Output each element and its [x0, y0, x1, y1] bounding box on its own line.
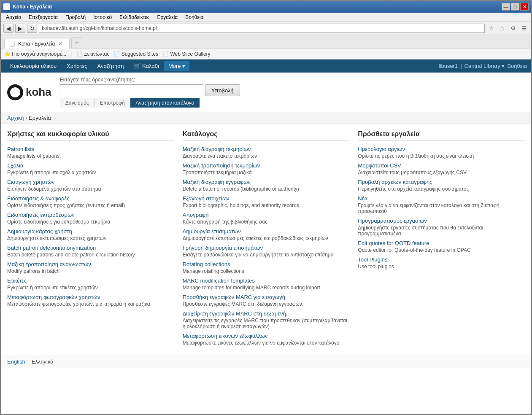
active-tab[interactable]: Koha › Εργαλεία ✕: [4, 39, 70, 49]
content-link-9[interactable]: Προσθήκη εγγραφών MARC για εισαγωγή: [183, 294, 350, 300]
search-submit-button[interactable]: Υποβολή: [205, 84, 240, 96]
nav-library[interactable]: Central Library ▾: [464, 63, 505, 69]
list-item: Ειδοποιήσεις εκπρόθεσμωνΟρίστε ειδοποιήσ…: [7, 212, 174, 225]
settings-icon[interactable]: ⚙: [508, 24, 518, 33]
content-link-1[interactable]: Μαζική τροποποίηση τεκμηρίων: [183, 162, 350, 169]
content-desc-2: Εισάγετε δεδομένα χρηστών στο σύστημα: [7, 186, 174, 192]
menu-item-file[interactable]: Αρχείο: [3, 13, 24, 21]
content-desc-11: Μεταφορτώστε εικόνες εξωφύλλων για να εμ…: [183, 340, 350, 346]
search-row: Υποβολή: [60, 84, 525, 96]
menu-bar: Αρχείο Επεξεργασία Προβολή Ιστορικό Σελι…: [1, 13, 531, 22]
nav-circulation[interactable]: Κυκλοφορία υλικού: [5, 61, 62, 71]
close-button[interactable]: ✕: [520, 3, 529, 11]
toolbar-icons: ☆ ⌂ ⚙ ☰: [486, 24, 529, 33]
content-link-2[interactable]: Εισαγωγή χρηστών: [7, 179, 174, 185]
nav-search[interactable]: Αναζήτηση: [92, 61, 129, 71]
content-link-7[interactable]: Rotating collections: [183, 261, 350, 267]
koha-nav: Κυκλοφορία υλικού Χρήστες Αναζήτηση 🛒 Κα…: [1, 59, 531, 73]
search-input[interactable]: [60, 84, 203, 96]
address-bar[interactable]: kohadev.lib.auth.gr/cgi-bin/koha/tools/t…: [39, 24, 485, 33]
nav-cart[interactable]: 🛒 Καλάθι: [129, 61, 164, 71]
minimize-button[interactable]: —: [502, 3, 510, 11]
content-desc-3: Export bibliographic, holdings, and auth…: [183, 202, 350, 208]
search-tab-catalog[interactable]: Αναζήτηση στον κατάλογο: [130, 98, 200, 108]
lang-english[interactable]: English: [7, 358, 25, 365]
content-link-5[interactable]: Δημιουργία κάρτας χρήστη: [7, 228, 174, 234]
content-link-1[interactable]: Μορφότυποι CSV: [358, 162, 525, 169]
content-link-2[interactable]: Προβολή αρχείων καταγραφής: [358, 179, 525, 185]
browser-toolbar: ◀ ▶ ↻ kohadev.lib.auth.gr/cgi-bin/koha/t…: [1, 22, 531, 35]
content-desc-6: Use tool plugins: [358, 264, 525, 269]
list-item: Προγραμματισμός εργασιώνΔημιουργήστε εργ…: [358, 218, 525, 237]
content-link-9[interactable]: Μεταφόρτωση φωτογραφιών χρηστών: [7, 294, 174, 300]
bookmark-item-start[interactable]: 📄 Ξεκινώντας: [76, 51, 110, 57]
content-link-7[interactable]: Μαζική τροποποίηση αναγνωστών: [7, 261, 174, 267]
menu-item-edit[interactable]: Επεξεργασία: [25, 13, 61, 21]
menu-item-tools[interactable]: Εργαλεία: [154, 13, 181, 21]
list-item: Μεταφόρτωση φωτογραφιών χρηστώνΜεταφορτώ…: [7, 294, 174, 307]
breadcrumb-home[interactable]: Αρχική: [7, 115, 24, 121]
content-link-6[interactable]: Γρήγορη δημιουργία επισημάτων: [183, 245, 350, 251]
content-desc-5: Δημιουργήστε εκτυπώσιμες ετικέτες και ρα…: [183, 235, 350, 241]
list-item: Edit quotes for QOTD featureQuote editor…: [358, 240, 525, 253]
content-link-0[interactable]: Ημερολόγιο αργιών: [358, 146, 525, 152]
koha-logo-text: koha: [26, 86, 51, 99]
bookmark-item-frequent[interactable]: ⭐ Πιο συχνά αναγνωσμέ...: [4, 51, 66, 57]
content-link-11[interactable]: Μεταφόρτωση εικόνων εξωφύλλων: [183, 333, 350, 339]
content-link-1[interactable]: Σχόλια: [7, 162, 174, 169]
menu-icon[interactable]: ☰: [519, 24, 529, 33]
home-icon[interactable]: ⌂: [497, 24, 507, 33]
content-link-3[interactable]: Ειδοποιήσεις & αναφορές: [7, 195, 174, 202]
list-item: Εισαγωγή χρηστώνΕισάγετε δεδομένα χρηστώ…: [7, 179, 174, 192]
maximize-button[interactable]: □: [511, 3, 519, 11]
content-link-5[interactable]: Δημιουργία επισημάτων: [183, 228, 350, 234]
list-item: Δημιουργία επισημάτωνΔημιουργήστε εκτυπώ…: [183, 228, 350, 241]
list-item: Μορφότυποι CSVΔιαχειριστείτε τους μορφότ…: [358, 162, 525, 175]
nav-help[interactable]: Βοήθεια: [507, 63, 527, 69]
search-area: Εισάγετε τους όρους αναζήτησης: Υποβολή …: [60, 77, 525, 108]
content-link-6[interactable]: Tool Plugins: [358, 256, 525, 263]
list-item: Tool PluginsUse tool plugins: [358, 256, 525, 269]
reload-button[interactable]: ↻: [27, 24, 37, 33]
content-link-0[interactable]: Patron lists: [7, 146, 174, 152]
breadcrumb-separator: ›: [25, 115, 27, 121]
search-tab-return[interactable]: Επιστροφή: [94, 98, 130, 108]
search-tab-circulation[interactable]: Δανεισμός: [60, 98, 95, 108]
content-link-4[interactable]: Προγραμματισμός εργασιών: [358, 218, 525, 224]
content-desc-1: Τροποποιήστε τεκμήρια μαζικά: [183, 170, 350, 175]
content-desc-1: Εγκρίνετε ή απορρίψτε σχόλια χρηστών: [7, 170, 174, 175]
list-item: Προσθήκη εγγραφών MARC για εισαγωγήΠροσθ…: [183, 294, 350, 307]
content-link-0[interactable]: Μαζική διαγραφή τεκμηρίων: [183, 146, 350, 152]
nav-user[interactable]: libuser1: [439, 63, 458, 69]
content-link-4[interactable]: Ειδοποιήσεις εκπρόθεσμων: [7, 212, 174, 218]
content-link-6[interactable]: Batch patron deletion/anonymization: [7, 245, 174, 251]
content-link-5[interactable]: Edit quotes for QOTD feature: [358, 240, 525, 246]
content-link-8[interactable]: MARC modification templates: [183, 278, 350, 284]
content-link-2[interactable]: Μαζική διαγραφή εγγραφών: [183, 179, 350, 185]
nav-more[interactable]: More ▾: [164, 61, 189, 71]
bookmarks-bar: ⭐ Πιο συχνά αναγνωσμέ... | 📄 Ξεκινώντας …: [1, 49, 531, 59]
content-desc-8: Manage templates for modifying MARC reco…: [183, 285, 350, 291]
content-desc-8: Εγκρίνετε ή απορρίψτε ετικέτες χρηστών: [7, 285, 174, 291]
new-tab-button[interactable]: +: [71, 37, 82, 48]
content-link-4[interactable]: Απογραφή: [183, 212, 350, 218]
content-link-10[interactable]: Διαχείριση εγγραφών MARC στη δεξαμενή.: [183, 310, 350, 317]
url-text: kohadev.lib.auth.gr/cgi-bin/koha/tools/t…: [42, 25, 157, 31]
content-link-3[interactable]: Νέα: [358, 195, 525, 202]
content-link-3[interactable]: Εξαγωγή στοιχείων: [183, 195, 350, 202]
back-button[interactable]: ◀: [3, 24, 14, 33]
menu-item-history[interactable]: Ιστορικό: [90, 13, 115, 21]
nav-patrons[interactable]: Χρήστες: [62, 61, 92, 71]
forward-button[interactable]: ▶: [15, 24, 25, 33]
menu-item-help[interactable]: Βοήθεια: [182, 13, 207, 21]
bookmark-item-webslice[interactable]: 📄 Web Slice Gallery: [162, 51, 210, 57]
content-link-8[interactable]: Ετικέτες: [7, 278, 174, 284]
list-item: Δημιουργία κάρτας χρήστηΔημιουργήστε εκτ…: [7, 228, 174, 241]
star-icon[interactable]: ☆: [486, 24, 496, 33]
bookmark-item-suggested[interactable]: 📄 Suggested Sites: [113, 51, 158, 57]
list-item: ΣχόλιαΕγκρίνετε ή απορρίψτε σχόλια χρηστ…: [7, 162, 174, 175]
lang-greek[interactable]: Ελληνικά: [32, 358, 54, 365]
menu-item-view[interactable]: Προβολή: [62, 13, 89, 21]
menu-item-bookmarks[interactable]: Σελιδοδείκτες: [116, 13, 153, 21]
tab-close-icon[interactable]: ✕: [58, 41, 62, 47]
